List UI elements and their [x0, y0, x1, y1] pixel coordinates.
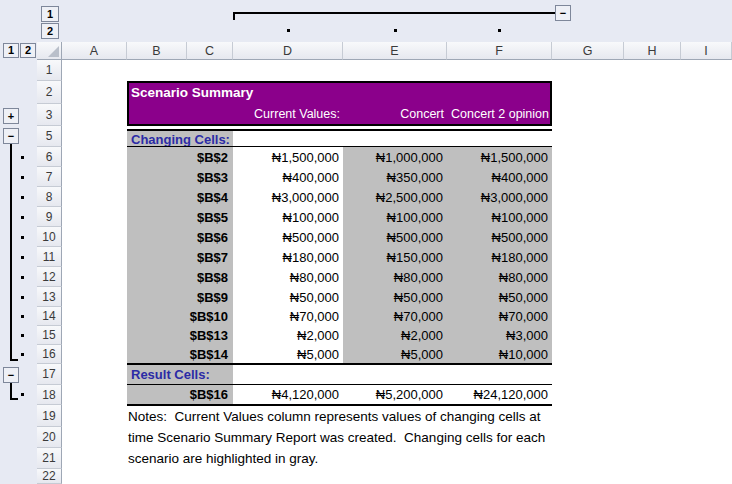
cell-concert-2-opinion-value[interactable]: ₦400,000 [447, 167, 552, 187]
column-group-bracket-line [233, 12, 555, 14]
cell-current-value[interactable]: ₦70,000 [233, 307, 343, 326]
cell-ref[interactable]: $B$3 [127, 167, 233, 187]
cell-current-value[interactable]: ₦1,500,000 [233, 147, 343, 167]
row-group-2-collapse-button[interactable]: − [3, 367, 19, 383]
result-cells-label[interactable]: Result Cells: [127, 365, 233, 384]
current-values-column-header[interactable]: Current Values: [233, 104, 343, 124]
row-header-15[interactable]: 15 [37, 326, 62, 345]
cell-concert-value[interactable]: ₦150,000 [343, 247, 447, 267]
cell-concert-value[interactable]: ₦100,000 [343, 207, 447, 227]
cell-concert-value[interactable]: ₦80,000 [343, 267, 447, 287]
cell-current-value[interactable]: ₦180,000 [233, 247, 343, 267]
cell-concert-value[interactable]: ₦350,000 [343, 167, 447, 187]
cell-current-value[interactable]: ₦100,000 [233, 207, 343, 227]
column-header-a[interactable]: A [62, 42, 127, 60]
column-header-e[interactable]: E [343, 42, 447, 60]
cell-concert-2-opinion-value[interactable]: ₦500,000 [447, 227, 552, 247]
cell-ref[interactable]: $B$7 [127, 247, 233, 267]
notes-line[interactable]: scenario are highlighted in gray. [128, 448, 318, 469]
column-header-b[interactable]: B [127, 42, 187, 60]
row-header-8[interactable]: 8 [37, 187, 62, 207]
row-header-11[interactable]: 11 [37, 247, 62, 267]
column-outline-level-1-button[interactable]: 1 [41, 6, 59, 22]
changing-cells-label[interactable]: Changing Cells: [127, 131, 233, 147]
cell-current-value[interactable]: ₦50,000 [233, 287, 343, 307]
excel-scenario-summary-screen: { "outline": { "column_levels": ["1", "2… [0, 0, 732, 484]
cell-concert-value[interactable]: ₦5,200,000 [343, 385, 447, 404]
cell-concert-2-opinion-value[interactable]: ₦180,000 [447, 247, 552, 267]
cell-ref[interactable]: $B$5 [127, 207, 233, 227]
row-header-14[interactable]: 14 [37, 307, 62, 326]
column-header-d[interactable]: D [233, 42, 343, 60]
row-header-5[interactable]: 5 [37, 126, 62, 147]
cell-concert-value[interactable]: ₦5,000 [343, 345, 447, 363]
column-header-g[interactable]: G [552, 42, 624, 60]
column-outline-level-2-button[interactable]: 2 [41, 23, 59, 39]
row-header-17[interactable]: 17 [37, 364, 62, 385]
row-group-1-collapse-button[interactable]: − [3, 128, 19, 144]
column-header-h[interactable]: H [624, 42, 681, 60]
cell-current-value[interactable]: ₦5,000 [233, 345, 343, 363]
cell-concert-2-opinion-value[interactable]: ₦24,120,000 [447, 385, 552, 404]
cell-concert-value[interactable]: ₦70,000 [343, 307, 447, 326]
cell-concert-value[interactable]: ₦2,500,000 [343, 187, 447, 207]
select-all-corner[interactable] [37, 42, 62, 60]
row-header-18[interactable]: 18 [37, 385, 62, 405]
cell-concert-2-opinion-value[interactable]: ₦3,000,000 [447, 187, 552, 207]
cell-ref[interactable]: $B$2 [127, 147, 233, 167]
row-header-10[interactable]: 10 [37, 227, 62, 247]
report-title[interactable]: Scenario Summary [131, 85, 253, 100]
cell-concert-2-opinion-value[interactable]: ₦1,500,000 [447, 147, 552, 167]
cell-ref[interactable]: $B$14 [127, 345, 233, 363]
row-outline-dot [21, 393, 24, 396]
cell-concert-2-opinion-value[interactable]: ₦10,000 [447, 345, 552, 363]
cell-ref[interactable]: $B$16 [127, 385, 233, 404]
cell-current-value[interactable]: ₦4,120,000 [233, 385, 343, 404]
row-header-13[interactable]: 13 [37, 287, 62, 307]
cell-concert-value[interactable]: ₦2,000 [343, 326, 447, 345]
column-header-f[interactable]: F [447, 42, 552, 60]
notes-line[interactable]: time Scenario Summary Report was created… [128, 427, 545, 448]
cell-concert-value[interactable]: ₦1,000,000 [343, 147, 447, 167]
cell-ref[interactable]: $B$10 [127, 307, 233, 326]
cell-concert-2-opinion-value[interactable]: ₦3,000 [447, 326, 552, 345]
cell-concert-2-opinion-value[interactable]: ₦70,000 [447, 307, 552, 326]
column-header-c[interactable]: C [187, 42, 233, 60]
cell-ref[interactable]: $B$4 [127, 187, 233, 207]
cell-current-value[interactable]: ₦3,000,000 [233, 187, 343, 207]
column-group-collapse-button[interactable]: − [555, 5, 571, 21]
column-header-i[interactable]: I [681, 42, 732, 60]
cell-ref[interactable]: $B$6 [127, 227, 233, 247]
scenario-concert-2-opinion-column-header[interactable]: Concert 2 opinion [447, 104, 552, 124]
row-group-expand-button[interactable]: + [3, 108, 19, 124]
cell-current-value[interactable]: ₦2,000 [233, 326, 343, 345]
scenario-concert-column-header[interactable]: Concert [343, 104, 447, 124]
cell-current-value[interactable]: ₦400,000 [233, 167, 343, 187]
row-header-6[interactable]: 6 [37, 147, 62, 167]
row-header-22[interactable]: 22 [37, 469, 62, 484]
row-header-20[interactable]: 20 [37, 427, 62, 448]
row-header-21[interactable]: 21 [37, 448, 62, 469]
row-header-9[interactable]: 9 [37, 207, 62, 227]
row-outline-level-1-button[interactable]: 1 [3, 43, 19, 58]
row-outline-level-2-button[interactable]: 2 [20, 43, 36, 58]
row-header-16[interactable]: 16 [37, 345, 62, 364]
row-header-19[interactable]: 19 [37, 405, 62, 427]
cell-concert-value[interactable]: ₦50,000 [343, 287, 447, 307]
row-header-3[interactable]: 3 [37, 104, 62, 126]
cell-ref[interactable]: $B$9 [127, 287, 233, 307]
cell-current-value[interactable]: ₦500,000 [233, 227, 343, 247]
row-header-7[interactable]: 7 [37, 167, 62, 187]
cell-current-value[interactable]: ₦80,000 [233, 267, 343, 287]
notes-line[interactable]: Notes: Current Values column represents … [128, 406, 540, 427]
cell-concert-2-opinion-value[interactable]: ₦100,000 [447, 207, 552, 227]
row-header-1[interactable]: 1 [37, 60, 62, 81]
cell-concert-2-opinion-value[interactable]: ₦50,000 [447, 287, 552, 307]
cell-concert-2-opinion-value[interactable]: ₦80,000 [447, 267, 552, 287]
row-header-2[interactable]: 2 [37, 81, 62, 104]
cell-ref[interactable]: $B$8 [127, 267, 233, 287]
cell-ref[interactable]: $B$13 [127, 326, 233, 345]
cell-concert-value[interactable]: ₦500,000 [343, 227, 447, 247]
row-header-12[interactable]: 12 [37, 267, 62, 287]
row-outline-dot [21, 296, 24, 299]
